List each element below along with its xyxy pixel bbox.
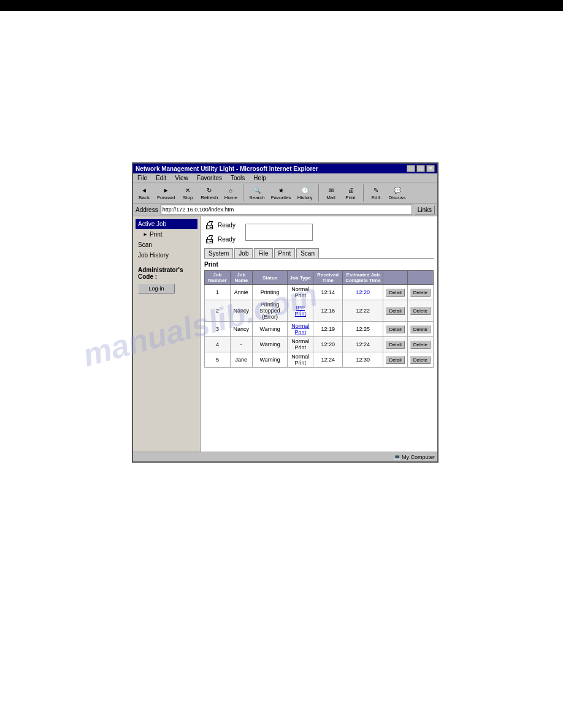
- col-estimated-time: Estimated Job Complete Time: [343, 271, 383, 285]
- estimated-time: 12:24: [356, 341, 370, 347]
- sidebar-item-active-job[interactable]: Active Job: [136, 219, 197, 229]
- menu-view[interactable]: View: [173, 174, 190, 182]
- sidebar-item-scan[interactable]: Scan: [136, 240, 197, 250]
- cell-received-time: 12:14: [313, 285, 343, 300]
- tab-file[interactable]: File: [254, 248, 272, 258]
- status-bar: 💻 My Computer: [133, 452, 437, 461]
- cell-detail: Detail: [383, 300, 407, 322]
- discuss-icon: 💬: [393, 186, 402, 195]
- table-row: 5 Jane Warning Normal Print 12:24 12:30 …: [205, 352, 434, 368]
- mail-button[interactable]: ✉ Mail: [323, 186, 340, 201]
- table-row: 4 - Warning Normal Print 12:20 12:24 Det…: [205, 337, 434, 352]
- cell-job-type: Normal Print: [288, 322, 313, 337]
- section-title: Print: [204, 261, 434, 268]
- job-type-link[interactable]: Normal Print: [291, 323, 309, 335]
- cell-job-name: Annie: [230, 285, 252, 300]
- maximize-button[interactable]: □: [416, 165, 425, 172]
- tab-print[interactable]: Print: [274, 248, 296, 258]
- detail-button[interactable]: Detail: [386, 325, 404, 333]
- sidebar: Active Job ► Print Scan Job History Admi…: [133, 216, 201, 456]
- toolbar: ◄ Back ► Forward ✕ Stop ↻ Refresh ⌂ Home…: [133, 183, 437, 203]
- nav-tabs: System Job File Print Scan: [204, 248, 434, 259]
- cell-job-name: Nancy: [230, 300, 252, 322]
- forward-icon: ►: [161, 186, 171, 195]
- address-bar: Address Links: [133, 203, 437, 216]
- cell-status: Printing: [252, 285, 288, 300]
- detail-button[interactable]: Detail: [386, 289, 404, 297]
- address-input[interactable]: [161, 205, 412, 214]
- stop-button[interactable]: ✕ Stop: [179, 186, 196, 201]
- detail-button[interactable]: Detail: [386, 307, 404, 315]
- cell-estimated-time: 12:20: [343, 285, 383, 300]
- minimize-button[interactable]: _: [407, 165, 415, 172]
- delete-button[interactable]: Delete: [410, 307, 431, 315]
- discuss-button[interactable]: 💬 Discuss: [387, 186, 408, 201]
- cell-delete: Delete: [407, 300, 433, 322]
- menu-help[interactable]: Help: [251, 174, 268, 182]
- delete-button[interactable]: Delete: [410, 356, 431, 364]
- cell-estimated-time: 12:24: [343, 337, 383, 352]
- job-type-link[interactable]: IPP Print: [295, 305, 307, 317]
- main-content: 🖨 Ready 🖨 Ready System Job File Print Sc…: [201, 216, 437, 456]
- browser-window: Network Management Utility Light - Micro…: [132, 162, 439, 463]
- delete-button[interactable]: Delete: [410, 289, 431, 297]
- cell-status: Warning: [252, 337, 288, 352]
- status-text-2: Ready: [218, 236, 236, 243]
- cell-job-name: -: [230, 337, 252, 352]
- browser-title: Network Management Utility Light - Micro…: [136, 165, 318, 172]
- refresh-button[interactable]: ↻ Refresh: [199, 186, 220, 201]
- job-type-text: Normal Print: [291, 286, 309, 298]
- tab-system[interactable]: System: [204, 248, 233, 258]
- close-button[interactable]: ×: [426, 165, 435, 172]
- delete-button[interactable]: Delete: [410, 341, 431, 349]
- address-label: Address: [136, 207, 158, 213]
- home-button[interactable]: ⌂ Home: [222, 186, 239, 201]
- sidebar-item-job-history[interactable]: Job History: [136, 250, 197, 260]
- menu-favorites[interactable]: Favorites: [195, 174, 224, 182]
- cell-job-name: Jane: [230, 352, 252, 368]
- cell-job-number: 1: [205, 285, 231, 300]
- print-icon: 🖨: [346, 186, 356, 195]
- detail-button[interactable]: Detail: [386, 341, 404, 349]
- table-row: 3 Nancy Warning Normal Print 12:19 12:25…: [205, 322, 434, 337]
- toolbar-separator: [243, 184, 243, 202]
- links-button[interactable]: Links: [415, 205, 435, 214]
- forward-button[interactable]: ► Forward: [155, 186, 177, 201]
- home-icon: ⌂: [226, 186, 236, 195]
- col-job-number: Job Number: [205, 271, 231, 285]
- computer-icon: 💻: [394, 454, 400, 460]
- estimated-time-link[interactable]: 12:20: [356, 289, 370, 295]
- cell-delete: Delete: [407, 337, 433, 352]
- search-button[interactable]: 🔍 Search: [247, 186, 266, 201]
- cell-status: Printing Stopped (Error): [252, 300, 288, 322]
- favorites-button[interactable]: ★ Favorites: [269, 186, 293, 201]
- col-job-name: Job Name: [230, 271, 252, 285]
- cell-job-number: 3: [205, 322, 231, 337]
- edit-button[interactable]: ✎ Edit: [367, 186, 385, 201]
- detail-button[interactable]: Detail: [386, 356, 404, 364]
- tab-scan[interactable]: Scan: [296, 248, 319, 258]
- cell-job-number: 2: [205, 300, 231, 322]
- login-button[interactable]: Log-in: [138, 284, 175, 294]
- cell-detail: Detail: [383, 337, 407, 352]
- cell-received-time: 12:16: [313, 300, 343, 322]
- cell-detail: Detail: [383, 285, 407, 300]
- cell-detail: Detail: [383, 322, 407, 337]
- cell-job-type: Normal Print: [288, 337, 313, 352]
- print-button[interactable]: 🖨 Print: [342, 186, 359, 201]
- menu-edit[interactable]: Edit: [154, 174, 168, 182]
- stop-icon: ✕: [183, 186, 193, 195]
- estimated-time: 12:22: [356, 308, 370, 314]
- sidebar-item-print[interactable]: ► Print: [136, 229, 197, 240]
- menu-tools[interactable]: Tools: [229, 174, 247, 182]
- top-bar: [0, 0, 563, 11]
- delete-button[interactable]: Delete: [410, 325, 431, 333]
- cell-estimated-time: 12:30: [343, 352, 383, 368]
- back-button[interactable]: ◄ Back: [136, 186, 153, 201]
- status-text-1: Ready: [218, 222, 236, 229]
- toolbar-separator-3: [363, 184, 364, 202]
- history-button[interactable]: 🕐 History: [296, 186, 315, 201]
- menu-file[interactable]: File: [136, 174, 149, 182]
- job-type-text: Normal Print: [291, 354, 309, 366]
- tab-job[interactable]: Job: [234, 248, 253, 258]
